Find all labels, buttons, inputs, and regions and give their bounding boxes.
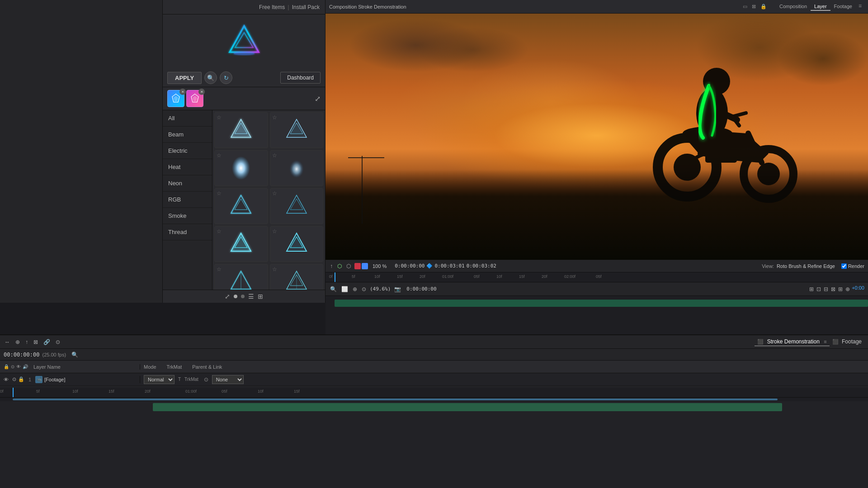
tab-composition[interactable]: Composition bbox=[776, 3, 811, 11]
parent-header: Parent & Link bbox=[192, 364, 222, 370]
star-btn-7[interactable]: ☆ bbox=[217, 228, 222, 235]
color-swatch-blue[interactable] bbox=[362, 263, 368, 269]
transport-icon-6[interactable]: ⊙ bbox=[55, 338, 61, 346]
star-btn-9[interactable]: ☆ bbox=[217, 266, 222, 272]
window-icon-3[interactable]: 🔒 bbox=[759, 4, 769, 9]
bottom-ruler[interactable]: 0f 5f 10f 15f 20f 01:00f 05f 10f 15f bbox=[0, 388, 868, 398]
effect-item-8[interactable]: ☆ bbox=[270, 226, 324, 262]
ruler-20f: 20f bbox=[420, 274, 425, 279]
effect-item-5[interactable]: ☆ bbox=[214, 188, 268, 224]
free-items-link[interactable]: Free Items bbox=[259, 4, 285, 10]
star-btn-10[interactable]: ☆ bbox=[272, 266, 277, 272]
tool-btn-b[interactable]: ⊡ bbox=[816, 285, 822, 293]
effect-item-3[interactable]: ☆ bbox=[214, 150, 268, 186]
comp-tab-footage[interactable]: ⬛ Footage bbox=[830, 338, 864, 346]
bottom-ruler-5f: 5f bbox=[36, 389, 40, 394]
transport-icon-4[interactable]: ⊠ bbox=[33, 338, 39, 346]
toggle-btn-1[interactable]: ⬜ bbox=[340, 285, 349, 293]
search-button[interactable]: 🔍 bbox=[204, 71, 217, 84]
category-all[interactable]: All bbox=[163, 110, 212, 127]
layer-solo-icon[interactable]: ⊙ bbox=[12, 376, 16, 382]
parent-chain-icon: ⊙ bbox=[204, 376, 208, 383]
refine-edge-tool[interactable]: ⬡ bbox=[345, 262, 352, 270]
tool-btn-f[interactable]: ⊕ bbox=[844, 285, 851, 293]
timecode-search-btn[interactable]: 🔍 bbox=[71, 351, 79, 359]
effect-item-10[interactable]: ☆ bbox=[270, 264, 324, 290]
effect-item-2[interactable]: ☆ bbox=[270, 112, 324, 148]
page-dot-1[interactable] bbox=[234, 295, 237, 298]
preset-1-close-icon[interactable]: ✕ bbox=[179, 89, 186, 95]
bottom-playhead[interactable] bbox=[13, 388, 14, 397]
grid-view-grid-btn[interactable]: ⊞ bbox=[258, 293, 263, 300]
comp-tab-stroke[interactable]: ⬛ Stroke Demonstration ≡ bbox=[755, 338, 829, 346]
layer-name-1[interactable]: [Footage] bbox=[44, 377, 136, 382]
svg-point-2 bbox=[233, 52, 255, 55]
parent-dropdown-1[interactable]: None bbox=[212, 375, 244, 384]
transport-icon-3[interactable]: ↑ bbox=[24, 338, 29, 346]
grid-view-list-btn[interactable]: ☰ bbox=[248, 293, 254, 300]
effect-item-9[interactable]: ☆ bbox=[214, 264, 268, 290]
star-btn-1[interactable]: ☆ bbox=[217, 114, 222, 121]
mode-dropdown-1[interactable]: Normal Multiply Screen Add bbox=[144, 375, 175, 384]
apply-button[interactable]: APPLY bbox=[167, 72, 202, 84]
effect-item-6[interactable]: ☆ bbox=[270, 188, 324, 224]
star-btn-4[interactable]: ☆ bbox=[272, 152, 277, 159]
color-swatch-red[interactable] bbox=[354, 263, 361, 269]
preset-item-2[interactable]: ✕ bbox=[186, 90, 203, 107]
refresh-button[interactable]: ↻ bbox=[220, 71, 232, 84]
toggle-btn-3[interactable]: ⊙ bbox=[361, 285, 367, 293]
layer-lock-icon[interactable]: 🔒 bbox=[18, 376, 24, 382]
transport-icon-2[interactable]: ⊕ bbox=[14, 338, 21, 346]
star-btn-2[interactable]: ☆ bbox=[272, 114, 277, 121]
tool-btn-c[interactable]: ⊟ bbox=[823, 285, 829, 293]
transport-icon-1[interactable]: ↔ bbox=[4, 338, 11, 346]
layer-left-1: 👁 ⊙ 🔒 1 📹 [Footage] bbox=[0, 376, 140, 383]
layer-vis-icon[interactable]: 👁 bbox=[4, 377, 9, 382]
toggle-btn-2[interactable]: ⊕ bbox=[352, 285, 358, 293]
transport-timecode[interactable]: 0:00:00:00 bbox=[406, 286, 436, 292]
star-btn-3[interactable]: ☆ bbox=[217, 152, 222, 159]
stretch-icon[interactable]: ⤢ bbox=[315, 94, 321, 103]
star-btn-5[interactable]: ☆ bbox=[217, 190, 222, 197]
playhead[interactable] bbox=[335, 272, 335, 282]
page-dot-2[interactable] bbox=[241, 295, 245, 298]
dashboard-button[interactable]: Dashboard bbox=[280, 72, 321, 84]
category-rgb[interactable]: RGB bbox=[163, 192, 212, 208]
install-pack-button[interactable]: Install Pack bbox=[292, 4, 320, 10]
timeline-tool-1[interactable]: ↑ bbox=[329, 262, 334, 270]
svg-marker-1 bbox=[235, 33, 253, 47]
effect-item-7[interactable]: ☆ bbox=[214, 226, 268, 262]
panel-menu-icon[interactable]: ≡ bbox=[856, 3, 864, 11]
effect-item-4[interactable]: ☆ bbox=[270, 150, 324, 186]
window-icon-1[interactable]: ▭ bbox=[741, 4, 749, 9]
star-btn-8[interactable]: ☆ bbox=[272, 228, 277, 235]
tab-footage[interactable]: Footage bbox=[830, 3, 856, 11]
footage-track-bar[interactable] bbox=[153, 403, 782, 411]
tab-layer[interactable]: Layer bbox=[811, 3, 830, 11]
render-checkbox-label[interactable]: Render bbox=[841, 263, 864, 269]
category-smoke[interactable]: Smoke bbox=[163, 208, 212, 224]
star-btn-6[interactable]: ☆ bbox=[272, 190, 277, 197]
zoom-level[interactable]: (49.6%) bbox=[370, 286, 391, 292]
preset-2-close-icon[interactable]: ✕ bbox=[198, 89, 205, 95]
render-checkbox[interactable] bbox=[841, 263, 847, 269]
zoom-tool-btn[interactable]: 🔍 bbox=[329, 285, 338, 293]
category-neon[interactable]: Neon bbox=[163, 175, 212, 192]
timeline-ruler[interactable]: 0f 5f 10f 15f 20f 01:00f 05f 10f 15f 20f… bbox=[326, 272, 868, 282]
toggle-btn-4[interactable]: 📷 bbox=[393, 285, 402, 293]
grid-view-expand-btn[interactable]: ⤢ bbox=[225, 293, 230, 300]
category-electric[interactable]: Electric bbox=[163, 143, 212, 159]
tool-btn-a[interactable]: ⊞ bbox=[808, 285, 815, 293]
roto-brush-tool[interactable]: ⬡ bbox=[336, 262, 343, 270]
tool-btn-d[interactable]: ⊠ bbox=[830, 285, 836, 293]
current-timecode[interactable]: 0:00:00:00 bbox=[395, 263, 425, 269]
preview-title: Composition Stroke Demonstration bbox=[329, 4, 406, 9]
category-thread[interactable]: Thread bbox=[163, 224, 212, 240]
tool-btn-e[interactable]: ⊞ bbox=[837, 285, 844, 293]
transport-icon-5[interactable]: 🔗 bbox=[42, 338, 51, 346]
category-beam[interactable]: Beam bbox=[163, 127, 212, 143]
window-icon-2[interactable]: ⊠ bbox=[750, 4, 758, 9]
category-heat[interactable]: Heat bbox=[163, 159, 212, 175]
preset-item-1[interactable]: ✕ bbox=[167, 90, 184, 107]
effect-item-1[interactable]: ☆ bbox=[214, 112, 268, 148]
